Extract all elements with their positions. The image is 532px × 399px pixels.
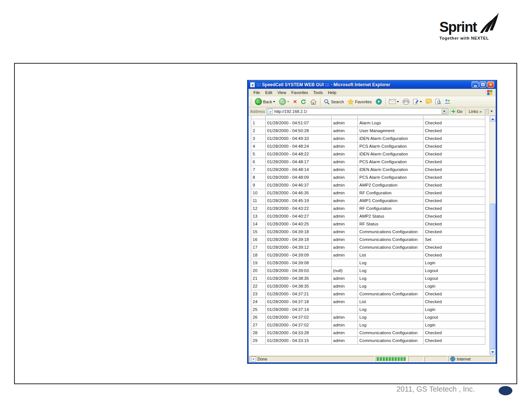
status-panel-spare-1: [408, 356, 424, 362]
table-row: 2401/28/2000 - 04:37:18adminListChecked: [251, 298, 485, 305]
item-cell: Communications Configuration: [358, 336, 423, 344]
user-cell: admin: [332, 336, 358, 344]
vertical-scrollbar[interactable]: [489, 116, 496, 355]
toolbar-grip[interactable]: [250, 98, 251, 105]
table-row: 601/28/2000 - 04:48:17adminPCS Alarm Con…: [251, 158, 485, 165]
address-dropdown-button[interactable]: [442, 109, 447, 114]
action-cell: Checked: [423, 173, 485, 181]
table-row: 101/28/2000 - 04:51:07adminAlarm LogsChe…: [251, 119, 485, 127]
messenger-button[interactable]: [443, 98, 452, 105]
user-cell: admin: [332, 150, 358, 158]
action-cell: Checked: [423, 228, 485, 235]
menu-tools[interactable]: Tools: [311, 90, 326, 95]
menu-edit[interactable]: Edit: [263, 90, 275, 95]
stop-icon: ×: [293, 98, 297, 105]
action-cell: Checked: [423, 243, 485, 251]
go-button[interactable]: Go: [450, 108, 463, 114]
action-cell: Checked: [423, 158, 485, 165]
menu-favorites[interactable]: Favorites: [289, 90, 310, 95]
user-cell: admin: [332, 321, 358, 329]
item-cell: AMP2 Configuration: [358, 181, 423, 189]
user-cell: admin: [332, 119, 358, 127]
home-icon: [310, 99, 317, 105]
close-button[interactable]: ×: [487, 81, 494, 88]
timestamp-cell: 01/28/2000 - 04:51:07: [266, 119, 332, 127]
row-number-cell: 11: [251, 197, 266, 204]
action-cell: Login: [423, 305, 485, 313]
log-table-area: 101/28/2000 - 04:51:07adminAlarm LogsChe…: [249, 116, 489, 355]
table-row: 1001/28/2000 - 04:46:35adminRF Configura…: [251, 189, 485, 197]
row-number-cell: 9: [251, 181, 266, 189]
row-number-cell: 19: [251, 259, 266, 266]
timestamp-cell: 01/28/2000 - 04:45:19: [266, 197, 332, 204]
table-row: 1401/28/2000 - 04:40:25adminRF StatusChe…: [251, 220, 485, 228]
action-cell: Set: [423, 235, 485, 243]
item-cell: Log: [358, 274, 423, 282]
user-cell: admin: [332, 274, 358, 282]
row-number-cell: 1: [251, 119, 266, 127]
action-cell: Checked: [423, 127, 485, 134]
status-bar: e Done Internet: [249, 355, 496, 362]
item-cell: RF Configuration: [358, 189, 423, 197]
links-extra-button[interactable]: [483, 108, 494, 115]
item-cell: Communications Configuration: [358, 228, 423, 235]
item-cell: PCS Alarm Configuration: [358, 158, 423, 165]
item-cell: PCS Alarm Configuration: [358, 142, 423, 150]
back-button[interactable]: ← Back: [253, 97, 277, 106]
edit-button[interactable]: [412, 98, 423, 105]
internet-globe-icon: [450, 356, 455, 362]
timestamp-cell: 01/28/2000 - 04:48:22: [266, 150, 332, 158]
research-button[interactable]: [434, 98, 442, 105]
menu-view[interactable]: View: [275, 90, 289, 95]
print-icon: [403, 99, 409, 104]
table-row: 701/28/2000 - 04:48:14adminiDEN Alarm Co…: [251, 165, 485, 173]
action-cell: Login: [423, 282, 485, 290]
print-button[interactable]: [401, 98, 411, 105]
ie-app-icon: e: [250, 82, 255, 87]
ie-page-icon: e: [268, 109, 273, 114]
address-input[interactable]: e http://192.168.2.1/: [267, 108, 448, 115]
menu-help[interactable]: Help: [325, 90, 339, 95]
refresh-button[interactable]: [299, 98, 308, 105]
item-cell: Communications Configuration: [358, 235, 423, 243]
research-icon: [435, 99, 441, 104]
row-number-cell: 24: [251, 298, 266, 305]
timestamp-cell: 01/28/2000 - 04:48:09: [266, 173, 332, 181]
stop-button[interactable]: ×: [292, 98, 298, 105]
favorites-button[interactable]: Favorites: [346, 98, 373, 105]
table-row: 1801/28/2000 - 04:39:09adminListChecked: [251, 251, 485, 259]
log-table: 101/28/2000 - 04:51:07adminAlarm LogsChe…: [251, 116, 485, 345]
minimize-icon: [474, 86, 477, 87]
scrollbar-track[interactable]: [490, 122, 496, 349]
media-button[interactable]: [374, 98, 383, 105]
favorites-label: Favorites: [355, 100, 372, 104]
browser-title-bar[interactable]: e ::: SpeedCell SYSTEM WEB GUI ::: - Mic…: [249, 80, 496, 89]
scroll-up-button[interactable]: [490, 116, 496, 122]
browser-viewport: 101/28/2000 - 04:51:07adminAlarm LogsChe…: [249, 116, 496, 355]
discuss-button[interactable]: [424, 98, 433, 105]
row-number-cell: 4: [251, 142, 266, 150]
search-button[interactable]: Search: [322, 98, 345, 105]
scroll-down-button[interactable]: [490, 349, 496, 355]
minimize-button[interactable]: [472, 81, 479, 88]
action-cell: Checked: [423, 212, 485, 220]
back-label: Back: [263, 100, 272, 104]
row-number-cell: 2: [251, 127, 266, 134]
search-label: Search: [331, 100, 344, 104]
table-row: 801/28/2000 - 04:48:09adminPCS Alarm Con…: [251, 173, 485, 181]
status-done-panel: e Done: [249, 356, 375, 362]
timestamp-cell: 01/28/2000 - 04:39:09: [266, 251, 332, 259]
links-menu[interactable]: Links »: [469, 109, 482, 114]
mail-button[interactable]: [388, 98, 400, 105]
timestamp-cell: 01/28/2000 - 04:37:21: [266, 290, 332, 298]
status-panel-spare-2: [425, 356, 448, 362]
maximize-button[interactable]: [479, 81, 486, 88]
toolbar: ← Back → ×: [249, 96, 496, 107]
scrollbar-thumb[interactable]: [490, 204, 496, 349]
row-number-cell: 3: [251, 134, 266, 142]
action-cell: Checked: [423, 142, 485, 150]
item-cell: Log: [358, 313, 423, 321]
menu-file[interactable]: File: [251, 90, 263, 95]
forward-button[interactable]: →: [277, 97, 291, 106]
home-button[interactable]: [309, 98, 318, 105]
